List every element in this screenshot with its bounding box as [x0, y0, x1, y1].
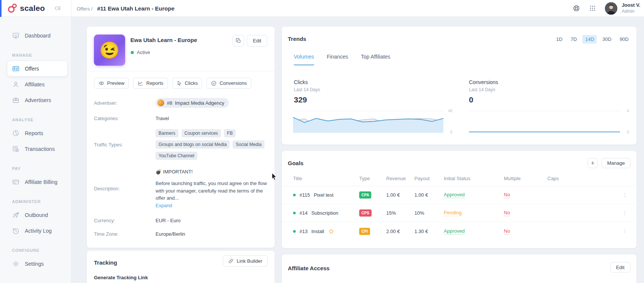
- goal-payout-cell: 1.00 €: [414, 192, 444, 198]
- traffic-type-tag: Social Media: [233, 140, 265, 149]
- goal-status-dot: [293, 212, 296, 214]
- range-90d-button[interactable]: 90D: [617, 35, 631, 44]
- link-builder-button[interactable]: Link Builder: [223, 255, 268, 266]
- goal-revenue-cell: 1.00 €: [386, 192, 414, 198]
- check-circle-icon: [211, 80, 217, 86]
- breadcrumb: Offers / #11 Ewa Utah Learn - Europe: [71, 5, 174, 12]
- tab-finances[interactable]: Finances: [327, 54, 348, 65]
- sidebar-collapse-icon[interactable]: [53, 4, 62, 12]
- range-1d-button[interactable]: 1D: [553, 35, 565, 44]
- goal-type-badge: CPA: [359, 191, 371, 199]
- apps-grid-icon[interactable]: [589, 5, 596, 12]
- main-content: 😉 Ewa Utah Learn - Europe Active Edit Pr…: [71, 17, 644, 283]
- action-label: Reports: [146, 80, 163, 86]
- reports-button[interactable]: Reports: [133, 78, 168, 89]
- goal-title-cell: #14Subscription: [293, 210, 359, 216]
- sidebar-item-settings[interactable]: Settings: [8, 256, 67, 271]
- goal-status-text: Pending: [444, 210, 462, 216]
- clicks-chart: 40 0: [293, 111, 443, 132]
- sidebar-item-label: Settings: [25, 261, 44, 267]
- categories-label: Categories:: [94, 116, 156, 121]
- goal-payout-cell: 1.30 €: [414, 229, 444, 234]
- add-goal-button[interactable]: [588, 158, 598, 168]
- avatar: [605, 2, 617, 15]
- sidebar-item-label: Activity Log: [25, 228, 52, 234]
- edit-affiliate-access-button[interactable]: Edit: [610, 262, 630, 272]
- topbar-right: Joost V. Admin: [573, 2, 644, 15]
- sidebar-item-advertisers[interactable]: Advertisers: [8, 93, 67, 108]
- help-icon[interactable]: [573, 5, 580, 12]
- conversions-period: Last 14 Days: [469, 87, 498, 92]
- conversions-button[interactable]: Conversions: [206, 78, 251, 89]
- preview-button[interactable]: Preview: [94, 78, 129, 89]
- goal-name: Install: [311, 229, 324, 234]
- goal-row-menu-icon[interactable]: [622, 210, 636, 216]
- offer-action-bar: PreviewReportsClicksConversions: [87, 71, 275, 89]
- traffic-type-tag: YouTube Channel: [156, 152, 197, 160]
- goal-row-menu-icon[interactable]: [622, 228, 636, 234]
- eye-icon: [98, 80, 104, 86]
- conversions-axis-min: 0: [627, 130, 629, 134]
- sidebar-item-affiliate-billing[interactable]: Affiliate Billing: [8, 175, 67, 190]
- advertiser-name: Impact Media Adgency: [175, 100, 224, 106]
- conversions-value: 0: [469, 95, 498, 104]
- goal-status-dot: [293, 194, 296, 196]
- goal-type-cell: CPS: [359, 209, 386, 217]
- goal-row-14: #14SubscriptionCPS15%10%PendingNo: [282, 204, 636, 222]
- sidebar-section-configure: CONFIGURE: [12, 248, 71, 253]
- sidebar-item-affiliates[interactable]: Affiliates: [8, 77, 67, 92]
- goal-status-cell: Pending: [444, 210, 504, 216]
- goals-column-payout: Payout: [414, 176, 444, 181]
- goals-title: Goals: [288, 160, 304, 166]
- range-7d-button[interactable]: 7D: [568, 35, 580, 44]
- traffic-type-tag: Banners: [156, 129, 178, 137]
- goals-column-type: Type: [359, 176, 386, 181]
- breadcrumb-offers-link[interactable]: Offers /: [77, 6, 92, 12]
- traffic-type-tag: Coupon services: [181, 129, 221, 137]
- goal-multiple-text: No: [504, 228, 510, 235]
- date-range-selector: 1D7D14D30D90D: [553, 35, 631, 44]
- topbar: scaleo Offers / #11 Ewa Utah Learn - Eur…: [0, 0, 644, 17]
- range-30d-button[interactable]: 30D: [600, 35, 614, 44]
- tab-top-affiliates[interactable]: Top Affiliates: [361, 54, 390, 65]
- trends-tabs: VolumesFinancesTop Affiliates: [294, 54, 390, 65]
- goals-card: Goals Manage TitleTypeRevenuePayoutIniti…: [282, 151, 636, 248]
- goal-revenue-cell: 2.00 €: [386, 229, 414, 234]
- range-14d-button[interactable]: 14D: [582, 35, 597, 44]
- goal-row-13: #13InstallCPI2.00 €1.30 €ApprovedNo: [282, 222, 636, 240]
- sidebar-item-outbound[interactable]: Outbound: [8, 208, 67, 223]
- expand-description-link[interactable]: Expand: [156, 203, 172, 208]
- clicks-button[interactable]: Clicks: [172, 78, 203, 89]
- user-menu[interactable]: Joost V. Admin: [605, 2, 640, 15]
- sidebar-item-offers[interactable]: Offers: [8, 61, 67, 76]
- goals-column-multiple: Multiple: [504, 176, 547, 181]
- clicks-label: Clicks: [294, 79, 320, 85]
- advertiser-avatar: [157, 99, 164, 106]
- goal-status-text: Approved: [444, 228, 465, 235]
- traffic-types-label: Traffic Types:: [94, 142, 156, 148]
- tab-volumes[interactable]: Volumes: [294, 54, 314, 65]
- sidebar-item-dashboard[interactable]: Dashboard: [8, 28, 67, 43]
- description-label: Description:: [94, 186, 156, 191]
- goal-row-menu-icon[interactable]: [622, 192, 636, 198]
- status-dot: [131, 51, 134, 54]
- sidebar-item-transactions[interactable]: Transactions: [8, 142, 67, 157]
- goal-status-dot: [293, 230, 296, 233]
- goals-table-body: #115Pixel testCPA1.00 €1.00 €ApprovedNo#…: [282, 186, 636, 240]
- sidebar-item-label: Dashboard: [25, 33, 51, 39]
- sidebar-item-label: Affiliates: [25, 81, 45, 87]
- app-root: scaleo Offers / #11 Ewa Utah Learn - Eur…: [0, 0, 644, 283]
- conversions-chart: 4 0: [469, 111, 620, 132]
- transactions-icon: [12, 145, 20, 153]
- scaleo-logo[interactable]: scaleo: [8, 3, 45, 14]
- copy-offer-button[interactable]: [233, 35, 244, 47]
- advertiser-pill[interactable]: #8 Impact Media Adgency: [156, 98, 229, 108]
- sidebar-item-activity-log[interactable]: Activity Log: [8, 223, 67, 238]
- manage-goals-button[interactable]: Manage: [602, 158, 630, 168]
- reports-icon: [12, 129, 20, 137]
- offers-icon: [12, 65, 20, 72]
- sidebar-item-reports[interactable]: Reports: [8, 126, 67, 141]
- tracking-card: Tracking Link Builder Generate Tracking …: [87, 251, 275, 283]
- goal-id: #13: [299, 229, 308, 234]
- edit-offer-button[interactable]: Edit: [247, 35, 267, 47]
